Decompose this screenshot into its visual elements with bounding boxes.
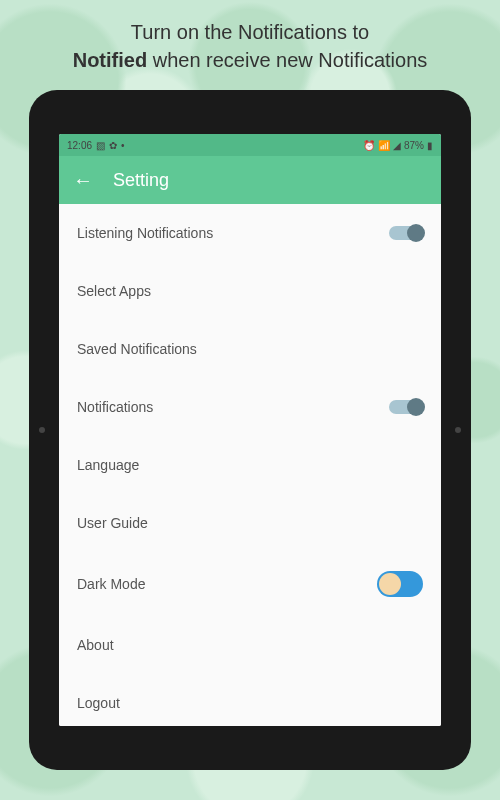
status-left-group: 12:06 ▧ ✿ •: [67, 140, 125, 151]
setting-label: User Guide: [77, 515, 148, 531]
setting-label: Logout: [77, 695, 120, 711]
setting-about[interactable]: About: [59, 616, 441, 674]
battery-text: 87%: [404, 140, 424, 151]
wifi-icon: 📶: [378, 140, 390, 151]
tablet-camera-dot: [39, 427, 45, 433]
promo-line1: Turn on the Notifications to: [0, 18, 500, 46]
setting-label: Saved Notifications: [77, 341, 197, 357]
status-right-group: ⏰ 📶 ◢ 87% ▮: [363, 140, 433, 151]
status-time: 12:06: [67, 140, 92, 151]
setting-logout[interactable]: Logout: [59, 674, 441, 726]
setting-notifications[interactable]: Notifications: [59, 378, 441, 436]
toggle-thumb: [407, 224, 425, 242]
setting-label: Listening Notifications: [77, 225, 213, 241]
setting-label: Dark Mode: [77, 576, 145, 592]
toggle-dark-mode[interactable]: [377, 571, 423, 597]
toggle-thumb: [407, 398, 425, 416]
setting-label: Notifications: [77, 399, 153, 415]
promo-line2: Notified when receive new Notifications: [0, 46, 500, 74]
page-title: Setting: [113, 170, 169, 191]
toggle-listening-notifications[interactable]: [389, 226, 423, 240]
signal-icon: ◢: [393, 140, 401, 151]
tablet-button-dot: [455, 427, 461, 433]
setting-language[interactable]: Language: [59, 436, 441, 494]
setting-dark-mode[interactable]: Dark Mode: [59, 552, 441, 616]
leaf-icon: ✿: [109, 140, 117, 151]
setting-label: About: [77, 637, 114, 653]
app-bar: ← Setting: [59, 156, 441, 204]
back-arrow-icon[interactable]: ←: [73, 169, 93, 192]
dot-icon: •: [121, 140, 125, 151]
tablet-device-frame: 12:06 ▧ ✿ • ⏰ 📶 ◢ 87% ▮ ← Setting Listen…: [29, 90, 471, 770]
promo-headline: Turn on the Notifications to Notified wh…: [0, 18, 500, 74]
setting-label: Language: [77, 457, 139, 473]
promo-bold-word: Notified: [73, 49, 147, 71]
setting-user-guide[interactable]: User Guide: [59, 494, 441, 552]
promo-line2-rest: when receive new Notifications: [147, 49, 427, 71]
setting-listening-notifications[interactable]: Listening Notifications: [59, 204, 441, 262]
battery-icon: ▮: [427, 140, 433, 151]
setting-saved-notifications[interactable]: Saved Notifications: [59, 320, 441, 378]
setting-select-apps[interactable]: Select Apps: [59, 262, 441, 320]
status-bar: 12:06 ▧ ✿ • ⏰ 📶 ◢ 87% ▮: [59, 134, 441, 156]
alarm-icon: ⏰: [363, 140, 375, 151]
settings-list[interactable]: Listening Notifications Select Apps Save…: [59, 204, 441, 726]
gallery-icon: ▧: [96, 140, 105, 151]
toggle-thumb: [379, 573, 401, 595]
device-screen: 12:06 ▧ ✿ • ⏰ 📶 ◢ 87% ▮ ← Setting Listen…: [59, 134, 441, 726]
setting-label: Select Apps: [77, 283, 151, 299]
toggle-notifications[interactable]: [389, 400, 423, 414]
